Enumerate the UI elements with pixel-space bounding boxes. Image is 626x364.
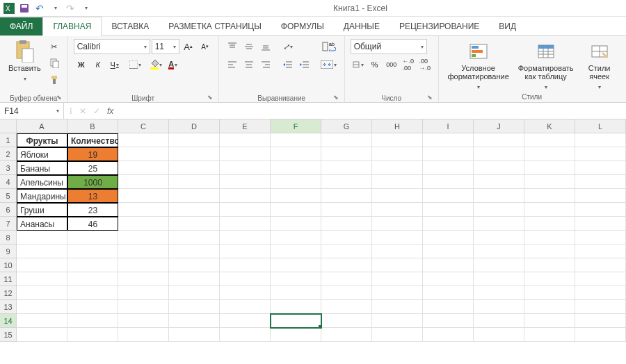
undo-dropdown[interactable]: [49, 2, 61, 15]
cell[interactable]: [524, 272, 575, 286]
cell[interactable]: Количество, кг: [67, 133, 118, 147]
cell[interactable]: [474, 245, 524, 258]
cell[interactable]: [423, 272, 474, 286]
cell[interactable]: [575, 161, 626, 175]
cell[interactable]: Груши: [17, 203, 67, 217]
cell[interactable]: [321, 258, 372, 272]
font-name-combo[interactable]: Calibri▾: [74, 39, 150, 54]
cell[interactable]: Ананасы: [17, 217, 67, 231]
cell[interactable]: [220, 300, 271, 314]
cell[interactable]: [67, 272, 118, 286]
cell[interactable]: [575, 147, 626, 161]
spreadsheet-grid[interactable]: ABCDEFGHIJKL1ФруктыКоличество, кг2Яблоки…: [0, 119, 626, 342]
cell[interactable]: [575, 300, 626, 314]
cell[interactable]: [575, 189, 626, 203]
cell[interactable]: [118, 175, 169, 189]
increase-font-button[interactable]: A▴: [181, 39, 196, 54]
cell[interactable]: [321, 300, 372, 314]
column-header[interactable]: C: [118, 119, 169, 133]
cell[interactable]: [524, 245, 575, 258]
cell[interactable]: [575, 231, 626, 245]
cell[interactable]: [169, 175, 220, 189]
cell[interactable]: [271, 300, 321, 314]
cell[interactable]: [17, 272, 67, 286]
fx-icon[interactable]: fx: [107, 106, 113, 116]
save-icon[interactable]: [18, 2, 31, 15]
cell[interactable]: [271, 258, 321, 272]
cell[interactable]: [118, 272, 169, 286]
decrease-indent-button[interactable]: [280, 57, 296, 72]
row-header[interactable]: 10: [0, 258, 17, 272]
cell[interactable]: [169, 147, 220, 161]
cell[interactable]: [575, 258, 626, 272]
name-box[interactable]: F14▾: [0, 103, 64, 119]
cell[interactable]: [372, 175, 423, 189]
column-header[interactable]: I: [423, 119, 474, 133]
cell[interactable]: [474, 258, 524, 272]
cell[interactable]: [321, 175, 372, 189]
cell[interactable]: [575, 314, 626, 328]
border-button[interactable]: [128, 57, 143, 72]
conditional-formatting-button[interactable]: Условное форматирование: [444, 39, 513, 92]
cell[interactable]: [271, 217, 321, 231]
cell[interactable]: [524, 328, 575, 342]
cell[interactable]: [372, 286, 423, 300]
cell[interactable]: [321, 189, 372, 203]
cell[interactable]: [524, 147, 575, 161]
cell[interactable]: 1000: [67, 175, 118, 189]
increase-indent-button[interactable]: [297, 57, 312, 72]
cell[interactable]: [474, 272, 524, 286]
cell[interactable]: [575, 286, 626, 300]
italic-button[interactable]: К: [90, 57, 106, 72]
cell[interactable]: [575, 203, 626, 217]
cell[interactable]: [67, 245, 118, 258]
enter-icon[interactable]: ✓: [93, 106, 100, 116]
cell[interactable]: [118, 245, 169, 258]
cell[interactable]: [372, 217, 423, 231]
cell[interactable]: [118, 189, 169, 203]
cell[interactable]: [423, 314, 474, 328]
cell[interactable]: [575, 175, 626, 189]
cell[interactable]: [321, 272, 372, 286]
cell[interactable]: [423, 258, 474, 272]
cell[interactable]: [524, 300, 575, 314]
cell[interactable]: [575, 133, 626, 147]
cell[interactable]: [271, 133, 321, 147]
cell[interactable]: [423, 133, 474, 147]
cell[interactable]: [372, 328, 423, 342]
cell[interactable]: [118, 161, 169, 175]
cell[interactable]: [524, 133, 575, 147]
cell[interactable]: [474, 231, 524, 245]
cell[interactable]: [474, 300, 524, 314]
cell[interactable]: [118, 314, 169, 328]
column-header[interactable]: A: [17, 119, 67, 133]
comma-button[interactable]: 000: [384, 57, 399, 72]
number-format-combo[interactable]: Общий▾: [351, 39, 427, 54]
row-header[interactable]: 14: [0, 314, 17, 328]
cell[interactable]: [17, 245, 67, 258]
cell[interactable]: 19: [67, 147, 118, 161]
cell[interactable]: [423, 161, 474, 175]
cell[interactable]: [524, 175, 575, 189]
cell[interactable]: [524, 217, 575, 231]
font-size-combo[interactable]: 11▾: [152, 39, 179, 54]
cell[interactable]: [423, 175, 474, 189]
column-header[interactable]: G: [321, 119, 372, 133]
cell[interactable]: [118, 286, 169, 300]
cell[interactable]: [67, 328, 118, 342]
cell[interactable]: [474, 175, 524, 189]
cell[interactable]: [372, 314, 423, 328]
cell[interactable]: [220, 147, 271, 161]
bold-button[interactable]: Ж: [74, 57, 89, 72]
cell[interactable]: Яблоки: [17, 147, 67, 161]
cell[interactable]: [575, 328, 626, 342]
increase-decimal-button[interactable]: ←.0.00: [401, 57, 416, 72]
column-header[interactable]: H: [372, 119, 423, 133]
copy-button[interactable]: [47, 56, 62, 71]
tab-data[interactable]: ДАННЫЕ: [334, 17, 390, 35]
cell[interactable]: [220, 189, 271, 203]
cell[interactable]: [524, 203, 575, 217]
cell[interactable]: [321, 133, 372, 147]
cell[interactable]: [169, 245, 220, 258]
cell[interactable]: [321, 328, 372, 342]
